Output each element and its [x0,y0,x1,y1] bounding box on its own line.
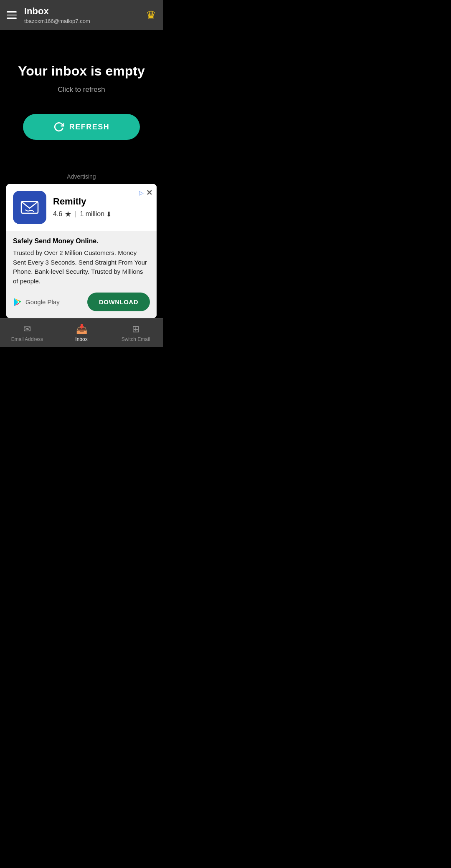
ad-top: Remitly 4.6 ★ | 1 million ⬇ ▷ ✕ [6,184,157,231]
ad-info: Remitly 4.6 ★ | 1 million ⬇ [53,196,111,219]
star-icon: ★ [65,209,71,219]
refresh-button-label: REFRESH [69,123,110,131]
ad-downloads: 1 million ⬇ [80,210,111,218]
download-icon: ⬇ [106,210,111,218]
bottom-nav: ✉ Email Address 📥 Inbox ⊞ Switch Email [0,318,163,347]
nav-item-email-address[interactable]: ✉ Email Address [0,318,54,347]
ad-download-button[interactable]: DOWNLOAD [87,293,150,311]
empty-inbox-subtitle: Click to refresh [58,86,105,94]
header-email: tbazoxm166@mailop7.com [24,18,146,24]
inbox-icon: 📥 [76,324,87,335]
nav-label-switch-email: Switch Email [122,336,150,342]
header-title-group: Inbox tbazoxm166@mailop7.com [24,6,146,24]
nav-item-switch-email[interactable]: ⊞ Switch Email [109,318,163,347]
switch-email-icon: ⊞ [132,324,139,335]
nav-item-inbox[interactable]: 📥 Inbox [54,318,109,347]
ad-card: Remitly 4.6 ★ | 1 million ⬇ ▷ ✕ Safely S… [6,184,157,318]
ad-app-name: Remitly [53,196,111,207]
refresh-button[interactable]: REFRESH [23,114,140,140]
empty-inbox-title: Your inbox is empty [18,63,144,79]
ad-downloads-count: 1 million [80,210,104,218]
premium-crown-icon[interactable]: ♛ [146,8,156,22]
google-play-badge: Google Play [13,297,60,307]
menu-icon[interactable] [7,11,17,19]
ad-controls: ▷ ✕ [139,188,152,197]
ad-footer: Google Play DOWNLOAD [13,293,150,311]
refresh-icon [53,121,64,132]
nav-label-inbox: Inbox [75,336,87,342]
ad-body: Safely Send Money Online. Trusted by Ove… [6,231,157,318]
page-title: Inbox [24,6,146,17]
main-content: Your inbox is empty Click to refresh REF… [0,30,163,318]
rating-divider: | [75,210,76,218]
ad-logo [13,191,46,224]
remitly-logo-icon [18,196,41,219]
google-play-icon [13,297,23,307]
ad-headline: Safely Send Money Online. [13,237,150,245]
advertising-label: Advertising [67,173,96,180]
ad-close-button[interactable]: ✕ [146,188,152,197]
email-address-icon: ✉ [23,324,31,335]
ad-description: Trusted by Over 2 Million Customers. Mon… [13,248,150,286]
ad-rating: 4.6 ★ | 1 million ⬇ [53,209,111,219]
ad-choices-icon[interactable]: ▷ [139,189,144,196]
ad-rating-value: 4.6 [53,210,62,218]
header: Inbox tbazoxm166@mailop7.com ♛ [0,0,163,30]
nav-label-email-address: Email Address [11,336,43,342]
google-play-label: Google Play [25,298,60,305]
